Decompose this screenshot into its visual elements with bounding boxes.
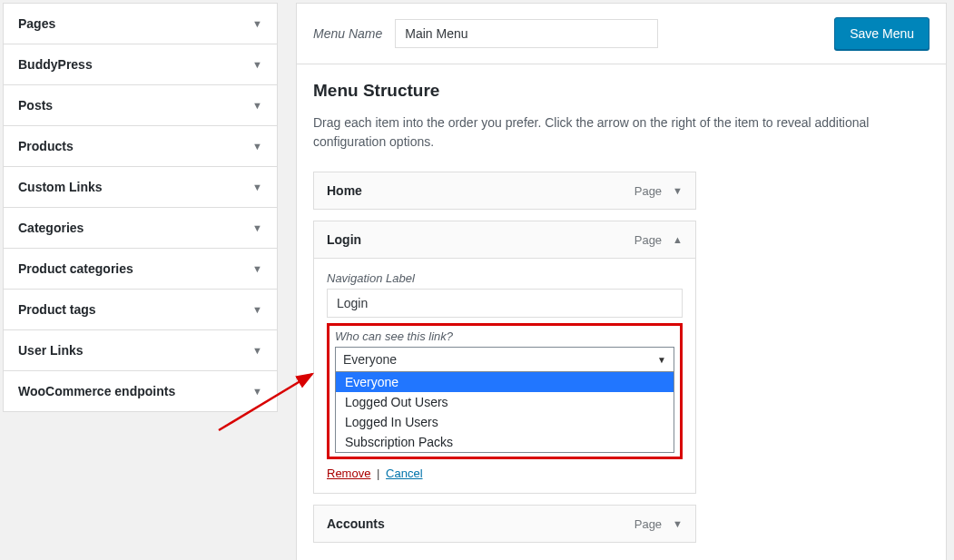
accordion-label: Posts [18,98,53,113]
menu-item-type: Page [634,184,662,198]
menu-item-title: Login [327,232,361,247]
menu-structure-description: Drag each item into the order you prefer… [313,113,929,152]
visibility-option-subscription-packs[interactable]: Subscription Packs [336,432,674,452]
chevron-up-icon[interactable]: ▲ [673,234,683,245]
visibility-dropdown: Everyone Logged Out Users Logged In User… [335,372,674,453]
accordion-label: Pages [18,16,55,31]
chevron-down-icon: ▼ [252,345,262,356]
chevron-down-icon: ▼ [252,222,262,233]
chevron-down-icon: ▼ [252,304,262,315]
accordion-section-woocommerce-endpoints[interactable]: WooCommerce endpoints ▼ [4,371,277,411]
chevron-down-icon: ▼ [252,386,262,397]
cancel-link[interactable]: Cancel [386,467,422,480]
chevron-down-icon[interactable]: ▼ [673,185,683,196]
menu-item-actions: Remove | Cancel [327,467,683,480]
visibility-option-logged-in[interactable]: Logged In Users [336,412,674,432]
accordion-section-user-links[interactable]: User Links ▼ [4,330,277,371]
accordion-label: Products [18,139,74,153]
menu-item-title: Accounts [327,516,385,531]
chevron-down-icon: ▼ [252,182,262,192]
accordion-section-products[interactable]: Products ▼ [4,126,277,167]
accordion-section-buddypress[interactable]: BuddyPress ▼ [4,44,277,85]
menu-structure-title: Menu Structure [313,81,929,101]
visibility-option-everyone[interactable]: Everyone [336,372,674,392]
menu-item-accounts[interactable]: Accounts Page ▼ [313,505,696,543]
accordion-section-custom-links[interactable]: Custom Links ▼ [4,167,277,208]
visibility-option-logged-out[interactable]: Logged Out Users [336,392,674,412]
add-items-accordion: Pages ▼ BuddyPress ▼ Posts ▼ Products ▼ … [3,3,278,412]
accordion-section-categories[interactable]: Categories ▼ [4,208,277,249]
menu-item-header[interactable]: Login Page ▲ [314,221,695,259]
menu-item-home[interactable]: Home Page ▼ [313,172,696,210]
accordion-section-product-categories[interactable]: Product categories ▼ [4,249,277,290]
chevron-down-icon: ▼ [252,100,262,111]
menu-item-type: Page [634,517,662,531]
menu-body: Menu Structure Drag each item into the o… [296,64,947,560]
chevron-down-icon: ▼ [252,59,262,70]
highlight-annotation: Who can see this link? Everyone ▼ Everyo… [327,323,683,459]
chevron-down-icon: ▼ [252,141,262,152]
menu-item-header[interactable]: Home Page ▼ [314,172,695,209]
accordion-section-product-tags[interactable]: Product tags ▼ [4,290,277,330]
remove-link[interactable]: Remove [327,467,370,480]
accordion-section-pages[interactable]: Pages ▼ [4,4,277,44]
menu-item-title: Home [327,183,362,198]
accordion-label: User Links [18,343,84,358]
accordion-label: WooCommerce endpoints [18,384,175,398]
chevron-down-icon: ▼ [252,18,262,29]
menu-item-settings: Navigation Label Who can see this link? … [314,259,695,493]
navigation-label-input[interactable] [327,289,683,318]
visibility-select[interactable]: Everyone ▼ [335,347,674,372]
accordion-label: Product tags [18,302,96,317]
menu-name-label: Menu Name [313,26,382,41]
menu-name-input[interactable] [395,19,658,48]
chevron-down-icon: ▼ [252,263,262,274]
menu-edit-panel: Menu Name Save Menu Menu Structure Drag … [296,3,947,560]
menu-item-login[interactable]: Login Page ▲ Navigation Label Who can se… [313,221,696,494]
menu-item-type: Page [634,233,662,247]
accordion-label: Categories [18,221,84,235]
menu-header: Menu Name Save Menu [296,3,947,64]
accordion-label: Product categories [18,261,133,276]
accordion-section-posts[interactable]: Posts ▼ [4,85,277,126]
visibility-selected-value: Everyone [343,352,397,367]
accordion-label: BuddyPress [18,57,93,72]
menu-item-header[interactable]: Accounts Page ▼ [314,506,695,542]
accordion-label: Custom Links [18,180,103,194]
separator: | [377,467,379,480]
visibility-label: Who can see this link? [335,329,674,343]
menu-items-list: Home Page ▼ Login Page ▲ Navigation Labe… [313,172,696,543]
save-menu-button[interactable]: Save Menu [834,17,929,50]
chevron-down-icon: ▼ [657,355,666,365]
navigation-label-caption: Navigation Label [327,271,683,285]
chevron-down-icon[interactable]: ▼ [673,518,683,529]
